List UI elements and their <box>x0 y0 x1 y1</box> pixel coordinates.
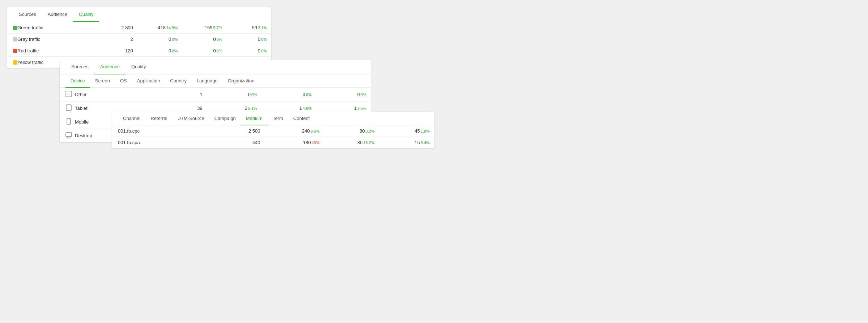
svg-rect-3 <box>67 119 71 124</box>
desktop-icon <box>65 132 72 139</box>
subtab-content[interactable]: Content <box>288 112 315 125</box>
val1: 2 500 <box>214 125 265 137</box>
val1: 2 800 <box>93 22 137 34</box>
val4: 00% <box>227 45 271 57</box>
table-row: Green traffic 2 800 41814.9% 1595.7% 592… <box>7 22 271 34</box>
card2-tabs: Sources Audience Quality <box>60 60 371 74</box>
val4: 153.4% <box>379 137 434 148</box>
row-label: 001.fb.cpa <box>112 137 214 148</box>
subtab-campaign[interactable]: Campaign <box>209 112 241 125</box>
subtab-application[interactable]: Application <box>132 74 165 88</box>
card1-tabs: Sources Audience Quality <box>7 7 271 22</box>
card3-subtabs: Channel Referral UTM-Source Campaign Med… <box>112 112 434 125</box>
row-label: Yellow traffic <box>17 60 43 65</box>
tab-sources-1[interactable]: Sources <box>13 7 42 22</box>
row-label: Desktop <box>75 133 92 138</box>
table-row: Gray traffic 2 00% 00% 00% <box>7 34 271 45</box>
subtab-os[interactable]: OS <box>115 74 132 88</box>
val2: 00% <box>137 45 182 57</box>
table-row: 001.fb.cpa 440 18040% 8018.2% 153.4% <box>112 137 434 148</box>
svg-rect-2 <box>66 105 71 111</box>
row-label: Mobile <box>75 119 89 125</box>
subtab-language[interactable]: Language <box>192 74 223 88</box>
table-row: ··· Other 1 00% 00% 00% <box>60 88 371 102</box>
row-label: Red traffic <box>17 48 39 53</box>
val1: 440 <box>214 137 265 148</box>
subtab-term[interactable]: Term <box>268 112 288 125</box>
val2: 2409.6% <box>265 125 324 137</box>
tab-sources-2[interactable]: Sources <box>65 60 94 74</box>
row-label: Green traffic <box>17 25 43 30</box>
val3: 00% <box>261 88 316 102</box>
val3: 803.2% <box>324 125 379 137</box>
tablet-icon <box>65 104 72 112</box>
subtab-organization[interactable]: Organization <box>223 74 260 88</box>
tab-quality-2[interactable]: Quality <box>125 60 152 74</box>
val3: 1595.7% <box>182 22 226 34</box>
val3: 8018.2% <box>324 137 379 148</box>
tab-quality-1[interactable]: Quality <box>73 7 99 22</box>
val2: 18040% <box>265 137 324 148</box>
subtab-referral[interactable]: Referral <box>145 112 172 125</box>
subtab-channel[interactable]: Channel <box>118 112 145 125</box>
val3: 00% <box>182 45 226 57</box>
val1: 2 <box>93 34 137 45</box>
subtab-screen[interactable]: Screen <box>90 74 115 88</box>
row-label: Other <box>75 92 87 97</box>
val4: 00% <box>316 88 371 102</box>
card-medium: Channel Referral UTM-Source Campaign Med… <box>112 112 434 148</box>
val2: 00% <box>137 34 182 45</box>
row-label: 001.fb.cpc <box>112 125 214 137</box>
row-label: Gray traffic <box>17 36 40 42</box>
table-row: 001.fb.cpc 2 500 2409.6% 803.2% 451.8% <box>112 125 434 137</box>
subtab-utm-source[interactable]: UTM-Source <box>173 112 209 125</box>
val3: 00% <box>182 34 226 45</box>
card-quality: Sources Audience Quality Green traffic 2… <box>7 7 271 68</box>
tab-audience-2[interactable]: Audience <box>94 60 125 74</box>
svg-text:···: ··· <box>67 92 70 96</box>
subtab-country[interactable]: Country <box>165 74 192 88</box>
tab-audience-1[interactable]: Audience <box>42 7 73 22</box>
val4: 592.1% <box>227 22 271 34</box>
medium-table: 001.fb.cpc 2 500 2409.6% 803.2% 451.8% 0… <box>112 125 434 148</box>
table-row: Red traffic 120 00% 00% 00% <box>7 45 271 57</box>
val2: 00% <box>207 88 261 102</box>
row-label: Tablet <box>75 105 88 111</box>
val1: 120 <box>93 45 137 57</box>
other-icon: ··· <box>65 91 72 98</box>
card2-subtabs: Device Screen OS Application Country Lan… <box>60 74 371 88</box>
subtab-device[interactable]: Device <box>65 74 90 88</box>
val1: 1 <box>161 88 207 102</box>
val4: 00% <box>227 34 271 45</box>
val4: 451.8% <box>379 125 434 137</box>
subtab-medium[interactable]: Medium <box>241 112 268 125</box>
svg-rect-4 <box>66 133 72 137</box>
mobile-icon <box>65 118 72 126</box>
val2: 41814.9% <box>137 22 182 34</box>
